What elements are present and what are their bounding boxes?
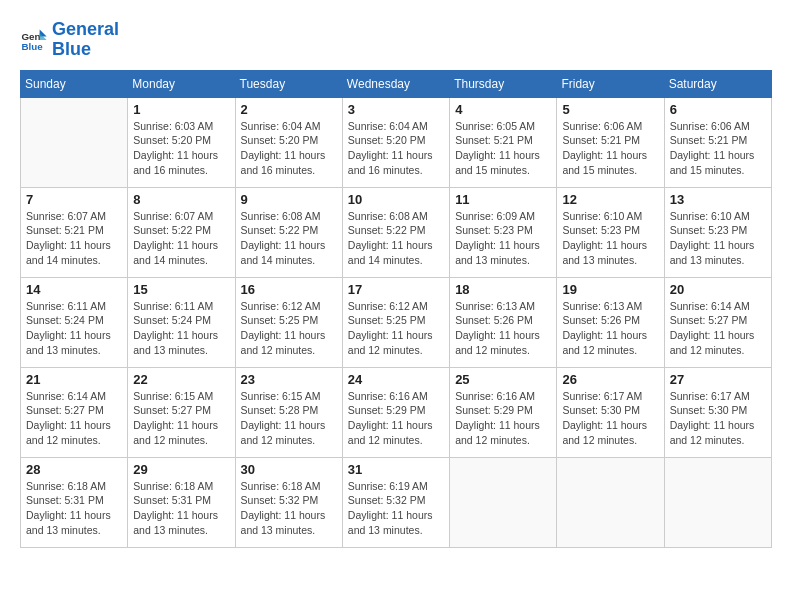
header-sunday: Sunday [21,70,128,97]
day-number: 24 [348,372,444,387]
day-number: 5 [562,102,658,117]
calendar-cell: 26Sunrise: 6:17 AMSunset: 5:30 PMDayligh… [557,367,664,457]
day-info: Sunrise: 6:12 AMSunset: 5:25 PMDaylight:… [348,299,444,358]
calendar-cell: 20Sunrise: 6:14 AMSunset: 5:27 PMDayligh… [664,277,771,367]
day-info: Sunrise: 6:13 AMSunset: 5:26 PMDaylight:… [455,299,551,358]
day-number: 21 [26,372,122,387]
calendar-cell: 18Sunrise: 6:13 AMSunset: 5:26 PMDayligh… [450,277,557,367]
day-info: Sunrise: 6:10 AMSunset: 5:23 PMDaylight:… [562,209,658,268]
calendar-cell: 19Sunrise: 6:13 AMSunset: 5:26 PMDayligh… [557,277,664,367]
calendar-cell: 10Sunrise: 6:08 AMSunset: 5:22 PMDayligh… [342,187,449,277]
calendar-cell: 5Sunrise: 6:06 AMSunset: 5:21 PMDaylight… [557,97,664,187]
day-number: 25 [455,372,551,387]
day-number: 8 [133,192,229,207]
week-row-3: 14Sunrise: 6:11 AMSunset: 5:24 PMDayligh… [21,277,772,367]
day-info: Sunrise: 6:15 AMSunset: 5:28 PMDaylight:… [241,389,337,448]
day-number: 14 [26,282,122,297]
logo: Gen Blue General Blue [20,20,119,60]
calendar-cell: 23Sunrise: 6:15 AMSunset: 5:28 PMDayligh… [235,367,342,457]
calendar-cell: 11Sunrise: 6:09 AMSunset: 5:23 PMDayligh… [450,187,557,277]
logo-icon: Gen Blue [20,26,48,54]
day-number: 13 [670,192,766,207]
day-info: Sunrise: 6:13 AMSunset: 5:26 PMDaylight:… [562,299,658,358]
calendar-header-row: SundayMondayTuesdayWednesdayThursdayFrid… [21,70,772,97]
calendar-cell: 8Sunrise: 6:07 AMSunset: 5:22 PMDaylight… [128,187,235,277]
week-row-5: 28Sunrise: 6:18 AMSunset: 5:31 PMDayligh… [21,457,772,547]
day-number: 27 [670,372,766,387]
day-info: Sunrise: 6:11 AMSunset: 5:24 PMDaylight:… [26,299,122,358]
day-number: 29 [133,462,229,477]
day-info: Sunrise: 6:17 AMSunset: 5:30 PMDaylight:… [670,389,766,448]
calendar-cell: 4Sunrise: 6:05 AMSunset: 5:21 PMDaylight… [450,97,557,187]
day-number: 16 [241,282,337,297]
day-number: 9 [241,192,337,207]
day-info: Sunrise: 6:15 AMSunset: 5:27 PMDaylight:… [133,389,229,448]
day-info: Sunrise: 6:06 AMSunset: 5:21 PMDaylight:… [562,119,658,178]
calendar-cell: 17Sunrise: 6:12 AMSunset: 5:25 PMDayligh… [342,277,449,367]
calendar-table: SundayMondayTuesdayWednesdayThursdayFrid… [20,70,772,548]
header-friday: Friday [557,70,664,97]
calendar-cell: 30Sunrise: 6:18 AMSunset: 5:32 PMDayligh… [235,457,342,547]
logo-text-line1: General [52,20,119,40]
day-info: Sunrise: 6:19 AMSunset: 5:32 PMDaylight:… [348,479,444,538]
day-info: Sunrise: 6:16 AMSunset: 5:29 PMDaylight:… [455,389,551,448]
header-thursday: Thursday [450,70,557,97]
day-number: 6 [670,102,766,117]
calendar-cell: 22Sunrise: 6:15 AMSunset: 5:27 PMDayligh… [128,367,235,457]
calendar-cell [664,457,771,547]
day-number: 28 [26,462,122,477]
day-info: Sunrise: 6:17 AMSunset: 5:30 PMDaylight:… [562,389,658,448]
calendar-cell: 12Sunrise: 6:10 AMSunset: 5:23 PMDayligh… [557,187,664,277]
day-info: Sunrise: 6:06 AMSunset: 5:21 PMDaylight:… [670,119,766,178]
day-number: 31 [348,462,444,477]
day-info: Sunrise: 6:12 AMSunset: 5:25 PMDaylight:… [241,299,337,358]
page-header: Gen Blue General Blue [20,20,772,60]
calendar-cell: 9Sunrise: 6:08 AMSunset: 5:22 PMDaylight… [235,187,342,277]
day-number: 23 [241,372,337,387]
calendar-cell: 1Sunrise: 6:03 AMSunset: 5:20 PMDaylight… [128,97,235,187]
day-number: 10 [348,192,444,207]
calendar-cell: 13Sunrise: 6:10 AMSunset: 5:23 PMDayligh… [664,187,771,277]
calendar-cell [21,97,128,187]
day-info: Sunrise: 6:16 AMSunset: 5:29 PMDaylight:… [348,389,444,448]
day-info: Sunrise: 6:03 AMSunset: 5:20 PMDaylight:… [133,119,229,178]
header-wednesday: Wednesday [342,70,449,97]
day-info: Sunrise: 6:09 AMSunset: 5:23 PMDaylight:… [455,209,551,268]
calendar-cell: 16Sunrise: 6:12 AMSunset: 5:25 PMDayligh… [235,277,342,367]
calendar-cell: 25Sunrise: 6:16 AMSunset: 5:29 PMDayligh… [450,367,557,457]
day-info: Sunrise: 6:07 AMSunset: 5:21 PMDaylight:… [26,209,122,268]
header-saturday: Saturday [664,70,771,97]
calendar-cell: 3Sunrise: 6:04 AMSunset: 5:20 PMDaylight… [342,97,449,187]
svg-text:Blue: Blue [21,41,43,52]
day-number: 4 [455,102,551,117]
day-info: Sunrise: 6:08 AMSunset: 5:22 PMDaylight:… [348,209,444,268]
day-info: Sunrise: 6:18 AMSunset: 5:32 PMDaylight:… [241,479,337,538]
day-number: 12 [562,192,658,207]
calendar-cell: 7Sunrise: 6:07 AMSunset: 5:21 PMDaylight… [21,187,128,277]
calendar-cell: 27Sunrise: 6:17 AMSunset: 5:30 PMDayligh… [664,367,771,457]
day-info: Sunrise: 6:05 AMSunset: 5:21 PMDaylight:… [455,119,551,178]
day-number: 18 [455,282,551,297]
header-tuesday: Tuesday [235,70,342,97]
calendar-cell: 28Sunrise: 6:18 AMSunset: 5:31 PMDayligh… [21,457,128,547]
day-info: Sunrise: 6:14 AMSunset: 5:27 PMDaylight:… [670,299,766,358]
day-info: Sunrise: 6:10 AMSunset: 5:23 PMDaylight:… [670,209,766,268]
day-number: 20 [670,282,766,297]
day-number: 17 [348,282,444,297]
day-number: 15 [133,282,229,297]
day-number: 11 [455,192,551,207]
day-number: 26 [562,372,658,387]
day-info: Sunrise: 6:04 AMSunset: 5:20 PMDaylight:… [348,119,444,178]
calendar-cell [557,457,664,547]
header-monday: Monday [128,70,235,97]
calendar-cell: 24Sunrise: 6:16 AMSunset: 5:29 PMDayligh… [342,367,449,457]
calendar-cell: 2Sunrise: 6:04 AMSunset: 5:20 PMDaylight… [235,97,342,187]
day-number: 3 [348,102,444,117]
day-number: 2 [241,102,337,117]
week-row-4: 21Sunrise: 6:14 AMSunset: 5:27 PMDayligh… [21,367,772,457]
day-number: 30 [241,462,337,477]
calendar-cell: 6Sunrise: 6:06 AMSunset: 5:21 PMDaylight… [664,97,771,187]
calendar-cell: 21Sunrise: 6:14 AMSunset: 5:27 PMDayligh… [21,367,128,457]
day-number: 19 [562,282,658,297]
day-info: Sunrise: 6:08 AMSunset: 5:22 PMDaylight:… [241,209,337,268]
